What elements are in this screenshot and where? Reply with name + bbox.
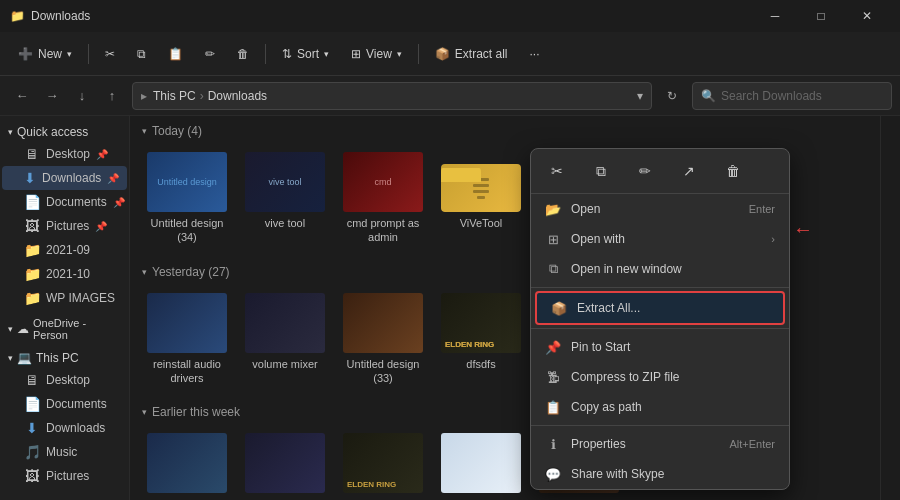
desktop-label: Desktop <box>46 147 90 161</box>
sidebar-item-2021-10[interactable]: 📁 2021-10 <box>2 262 127 286</box>
minimize-button[interactable]: ─ <box>752 0 798 32</box>
list-item[interactable]: Untitled design Untitled design (34) <box>142 146 232 251</box>
sort-button[interactable]: ⇅ Sort ▾ <box>272 42 339 66</box>
ctx-separator-3 <box>531 425 789 426</box>
ctx-share-button[interactable]: ↗ <box>675 157 703 185</box>
sidebar-item-this-pc-music[interactable]: 🎵 Music <box>2 440 127 464</box>
sidebar-item-this-pc-pictures[interactable]: 🖼 Pictures <box>2 464 127 488</box>
ctx-open-shortcut: Enter <box>749 203 775 215</box>
new-icon: ➕ <box>18 47 33 61</box>
cut-button[interactable]: ✂ <box>95 42 125 66</box>
ctx-share-skype-item[interactable]: 💬 Share with Skype <box>531 459 789 489</box>
up-button[interactable]: ↑ <box>98 82 126 110</box>
ctx-separator-1 <box>531 287 789 288</box>
search-box[interactable]: 🔍 Search Downloads <box>692 82 892 110</box>
ctx-rename-button[interactable]: ✏ <box>631 157 659 185</box>
onedrive-label: OneDrive - Person <box>33 317 121 341</box>
copy-icon: ⧉ <box>137 47 146 61</box>
dfsdfs-thumb: ELDEN RING <box>441 293 521 353</box>
nav-buttons: ← → ↓ ↑ <box>8 82 126 110</box>
today-label: Today (4) <box>152 124 202 138</box>
list-item[interactable]: ELDEN RING Elden Ring main <box>338 427 428 500</box>
ctx-open-new-window-item[interactable]: ⧉ Open in new window <box>531 254 789 284</box>
this-pc-icon: 💻 <box>17 351 32 365</box>
sidebar-item-this-pc-desktop[interactable]: 🖥 Desktop <box>2 368 127 392</box>
ctx-cut-button[interactable]: ✂ <box>543 157 571 185</box>
sidebar: ▾ Quick access 🖥 Desktop 📌 ⬇ Downloads 📌… <box>0 116 130 500</box>
ctx-open-label: Open <box>571 202 600 216</box>
search-icon: 🔍 <box>701 89 716 103</box>
ctx-delete-icon: 🗑 <box>726 163 740 179</box>
yesterday-label: Yesterday (27) <box>152 265 230 279</box>
scrollbar-panel <box>880 116 900 500</box>
paste-button[interactable]: 📋 <box>158 42 193 66</box>
ctx-extract-all-item[interactable]: 📦 Extract All... <box>535 291 785 325</box>
sidebar-item-wp-images[interactable]: 📁 WP IMAGES <box>2 286 127 310</box>
ctx-open-item[interactable]: 📂 Open Enter <box>531 194 789 224</box>
extract-all-button[interactable]: 📦 Extract all <box>425 42 518 66</box>
desktop-icon: 🖥 <box>24 146 40 162</box>
onedrive-header[interactable]: ▾ ☁ OneDrive - Person <box>0 314 129 344</box>
refresh-button[interactable]: ↻ <box>658 82 686 110</box>
ctx-copy-path-left: 📋 Copy as path <box>545 399 642 415</box>
down-button[interactable]: ↓ <box>68 82 96 110</box>
sidebar-item-pictures[interactable]: 🖼 Pictures 📌 <box>2 214 127 238</box>
ctx-open-with-label: Open with <box>571 232 625 246</box>
ctx-pin-start-item[interactable]: 📌 Pin to Start <box>531 332 789 362</box>
yesterday-expand[interactable]: ▾ <box>142 267 147 277</box>
desktop-pin-icon: 📌 <box>96 149 108 160</box>
this-pc-header[interactable]: ▾ 💻 This PC <box>0 348 129 368</box>
ctx-open-with-arrow: › <box>771 233 775 245</box>
view-dropdown-icon: ▾ <box>397 49 402 59</box>
list-item[interactable]: cmd cmd prompt as admin <box>338 146 428 251</box>
forward-button[interactable]: → <box>38 82 66 110</box>
close-button[interactable]: ✕ <box>844 0 890 32</box>
new-button[interactable]: ➕ New ▾ <box>8 42 82 66</box>
list-item[interactable]: lost ark inspect <box>240 427 330 500</box>
extract-arrow-indicator: ← <box>793 218 813 241</box>
copy-button[interactable]: ⧉ <box>127 42 156 66</box>
sort-dropdown-icon: ▾ <box>324 49 329 59</box>
documents-icon: 📄 <box>24 194 40 210</box>
ctx-share-skype-left: 💬 Share with Skype <box>545 466 664 482</box>
ctx-copy-button[interactable]: ⧉ <box>587 157 615 185</box>
rename-button[interactable]: ✏ <box>195 42 225 66</box>
list-item[interactable]: lost ark menu <box>142 427 232 500</box>
list-item[interactable]: ViVeTool <box>436 146 526 251</box>
list-item[interactable]: vive tool vive tool <box>240 146 330 251</box>
ctx-separator-2 <box>531 328 789 329</box>
lost-ark-inspect-thumb <box>245 433 325 493</box>
wp-images-icon: 📁 <box>24 290 40 306</box>
documents-label: Documents <box>46 195 107 209</box>
ctx-open-with-item[interactable]: ⊞ Open with › <box>531 224 789 254</box>
today-expand[interactable]: ▾ <box>142 126 147 136</box>
quick-access-header[interactable]: ▾ Quick access <box>0 122 129 142</box>
sidebar-item-documents[interactable]: 📄 Documents 📌 <box>2 190 127 214</box>
sidebar-item-2021-09[interactable]: 📁 2021-09 <box>2 238 127 262</box>
file-name: dfsdfs <box>466 357 495 371</box>
sidebar-item-downloads[interactable]: ⬇ Downloads 📌 <box>2 166 127 190</box>
ctx-delete-button[interactable]: 🗑 <box>719 157 747 185</box>
address-path[interactable]: ▸ This PC › Downloads ▾ <box>132 82 652 110</box>
ctx-share-icon: ↗ <box>683 163 695 179</box>
older-expand[interactable]: ▾ <box>142 407 147 417</box>
ctx-copy-path-item[interactable]: 📋 Copy as path <box>531 392 789 422</box>
list-item[interactable]: volume mixer <box>240 287 330 392</box>
path-dropdown-icon[interactable]: ▾ <box>637 89 643 103</box>
list-item[interactable]: Untitled <box>436 427 526 500</box>
sidebar-item-this-pc-documents[interactable]: 📄 Documents <box>2 392 127 416</box>
ctx-compress-item[interactable]: 🗜 Compress to ZIP file <box>531 362 789 392</box>
list-item[interactable]: Untitled design (33) <box>338 287 428 392</box>
list-item[interactable]: reinstall audio drivers <box>142 287 232 392</box>
view-button[interactable]: ⊞ View ▾ <box>341 42 412 66</box>
ctx-open-new-left: ⧉ Open in new window <box>545 261 682 277</box>
downloads-icon: ⬇ <box>24 170 36 186</box>
sidebar-item-desktop[interactable]: 🖥 Desktop 📌 <box>2 142 127 166</box>
ctx-properties-item[interactable]: ℹ Properties Alt+Enter <box>531 429 789 459</box>
more-options-button[interactable]: ··· <box>520 42 550 66</box>
list-item[interactable]: ELDEN RING dfsdfs <box>436 287 526 392</box>
back-button[interactable]: ← <box>8 82 36 110</box>
maximize-button[interactable]: □ <box>798 0 844 32</box>
sidebar-item-this-pc-downloads[interactable]: ⬇ Downloads <box>2 416 127 440</box>
delete-button[interactable]: 🗑 <box>227 42 259 66</box>
